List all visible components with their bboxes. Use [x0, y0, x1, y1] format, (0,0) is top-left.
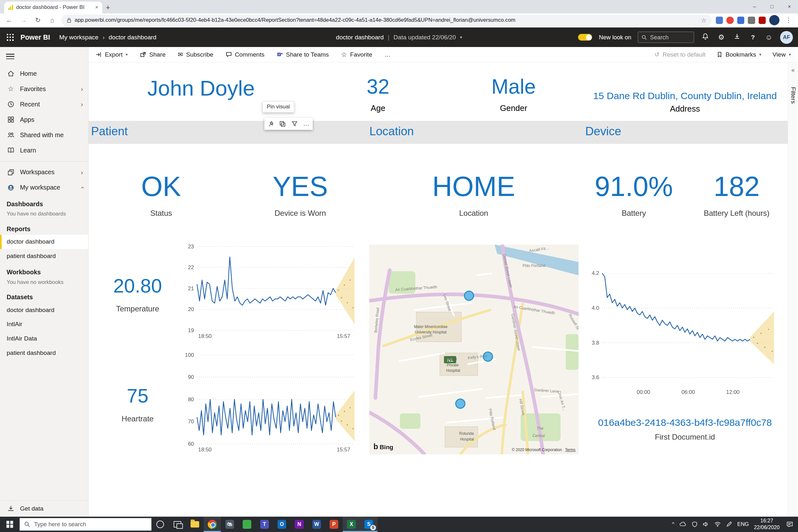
filter-icon[interactable]	[291, 120, 298, 127]
sidebar-item-learn[interactable]: Learn	[0, 142, 88, 158]
share-button[interactable]: Share	[140, 51, 166, 58]
pin-icon[interactable]	[267, 120, 274, 127]
new-look-toggle[interactable]	[578, 34, 592, 41]
gender-card[interactable]: Male Gender	[473, 75, 554, 113]
kpi-battery-left[interactable]: 182 Battery Left (hours)	[696, 171, 778, 217]
excel-icon[interactable]: X	[343, 517, 360, 532]
kpi-battery[interactable]: 91.0% Battery	[572, 171, 695, 217]
kpi-status[interactable]: OK Status	[120, 171, 202, 217]
more-options-icon[interactable]: …	[303, 120, 310, 127]
patient-name-card[interactable]: John Doyle	[109, 76, 293, 100]
search-input[interactable]: Search	[638, 32, 694, 43]
notifications-bell-icon[interactable]	[701, 33, 710, 42]
bookmarks-button[interactable]: Bookmarks▾	[717, 51, 761, 58]
onenote-icon[interactable]: N	[291, 517, 308, 532]
reset-to-default-button[interactable]: ↺ Reset to default	[654, 51, 706, 58]
share-to-teams-button[interactable]: T Share to Teams	[277, 51, 329, 58]
more-options-button[interactable]: …	[385, 51, 391, 58]
minimize-button[interactable]: –	[746, 0, 763, 14]
document-id-card[interactable]: 016a4be3-2418-4363-b4f3-fc98a7ff0c78 Fir…	[583, 417, 787, 441]
comments-button[interactable]: Comments	[226, 51, 265, 58]
kpi-location[interactable]: HOME Location	[392, 171, 556, 217]
sidebar-item-home[interactable]: Home	[0, 66, 88, 81]
teams-icon[interactable]: T	[256, 517, 273, 532]
collapse-filters-icon[interactable]: «	[791, 66, 795, 74]
pen-icon[interactable]	[726, 521, 732, 527]
browser-menu-icon[interactable]: ⋮	[783, 16, 794, 24]
tab-close-icon[interactable]: ×	[95, 4, 98, 10]
dataset-item[interactable]: IntlAir Data	[0, 331, 88, 346]
language-indicator[interactable]: ENG	[737, 521, 749, 528]
chevron-right-icon[interactable]: ›	[81, 169, 83, 176]
chrome-icon[interactable]	[204, 517, 221, 532]
bookmark-star-icon[interactable]: ☆	[701, 17, 706, 24]
bing-map-visual[interactable]: N1 Ascaill Fit...Plás PortlandAn Cuarbhó…	[369, 245, 578, 454]
extension-icon[interactable]	[726, 17, 734, 24]
cortana-icon[interactable]	[152, 517, 169, 532]
sidebar-item-my-workspace[interactable]: My workspace ›	[0, 180, 88, 195]
report-item-doctor-dashboard[interactable]: doctor dashboard	[0, 235, 88, 249]
settings-gear-icon[interactable]: ⚙	[717, 33, 726, 41]
close-button[interactable]: ×	[781, 0, 798, 14]
chevron-right-icon[interactable]: ›	[81, 85, 83, 93]
dataset-item[interactable]: doctor dashboard	[0, 303, 88, 318]
feedback-smiley-icon[interactable]: ☺	[764, 33, 773, 41]
maximize-button[interactable]: □	[763, 0, 780, 14]
heartrate-line-chart[interactable]: 1009080706018:5015:57	[180, 350, 363, 457]
extension-icon[interactable]	[716, 17, 723, 24]
shield-icon[interactable]	[692, 521, 698, 527]
extension-icon[interactable]	[748, 17, 755, 24]
heartrate-card[interactable]: 75 Heartrate	[92, 385, 184, 423]
favorite-button[interactable]: ☆ Favorite	[341, 51, 373, 58]
sticky-notes-icon[interactable]	[239, 517, 256, 532]
bing-logo[interactable]: b Bing	[374, 442, 393, 451]
new-tab-button[interactable]: +	[102, 2, 114, 13]
kpi-device-worn[interactable]: YES Device is Worn	[259, 171, 341, 217]
refresh-icon[interactable]: ↻	[33, 16, 43, 24]
dataset-item[interactable]: patient dashboard	[0, 346, 88, 360]
home-icon[interactable]: ⌂	[47, 16, 57, 24]
file-explorer-icon[interactable]	[186, 517, 203, 532]
map-marker[interactable]	[456, 399, 465, 408]
get-data-button[interactable]: Get data	[0, 500, 88, 517]
sidebar-item-workspaces[interactable]: Workspaces ›	[0, 165, 88, 180]
temperature-card[interactable]: 20.80 Temperature	[92, 274, 184, 313]
start-button[interactable]	[0, 517, 19, 532]
tray-expand-icon[interactable]: ^	[672, 521, 674, 527]
age-card[interactable]: 32 Age	[337, 75, 419, 113]
taskbar-clock[interactable]: 16:27 22/06/2020	[754, 518, 779, 531]
wifi-icon[interactable]	[714, 521, 721, 527]
download-icon[interactable]	[733, 33, 742, 41]
action-center-icon[interactable]	[784, 519, 795, 529]
breadcrumb-report[interactable]: doctor dashboard	[109, 34, 156, 41]
extension-icon[interactable]	[737, 17, 744, 24]
sidebar-item-favorites[interactable]: ☆ Favorites ›	[0, 81, 88, 97]
hamburger-menu-icon[interactable]	[0, 47, 20, 66]
forward-icon[interactable]: →	[19, 16, 29, 24]
report-title-bar[interactable]: doctor dashboard | Data updated 22/06/20…	[336, 34, 462, 41]
word-icon[interactable]: W	[308, 517, 325, 532]
address-bar[interactable]: app.powerbi.com/groups/me/reports/fc466c…	[61, 15, 712, 26]
taskbar-search[interactable]: Type here to search	[19, 518, 152, 531]
sidebar-item-recent[interactable]: Recent ›	[0, 97, 88, 112]
map-terms-link[interactable]: Terms	[565, 448, 575, 452]
dataset-item[interactable]: IntlAir	[0, 317, 88, 331]
temperature-line-chart[interactable]: 232221201918:5015:57	[180, 241, 363, 344]
sidebar-item-apps[interactable]: Apps	[0, 112, 88, 127]
copy-icon[interactable]	[279, 120, 286, 127]
browser-profile-avatar[interactable]	[769, 15, 779, 25]
help-icon[interactable]: ?	[748, 34, 758, 41]
sidebar-item-shared[interactable]: Shared with me	[0, 127, 88, 142]
powerbi-brand[interactable]: Power BI	[20, 33, 50, 41]
report-item-patient-dashboard[interactable]: patient dashboard	[0, 249, 88, 263]
extension-icon[interactable]	[759, 17, 766, 24]
export-button[interactable]: Export▾	[96, 51, 128, 58]
waffle-menu-icon[interactable]	[0, 27, 20, 47]
browser-tab[interactable]: doctor dashboard - Power BI ×	[4, 2, 102, 14]
speaker-icon[interactable]	[702, 521, 709, 527]
microsoft-store-icon[interactable]: 🛍	[221, 517, 238, 532]
chevron-down-icon[interactable]: ▾	[460, 35, 462, 40]
chevron-right-icon[interactable]: ›	[81, 100, 83, 108]
view-button[interactable]: View▾	[773, 51, 791, 58]
outlook-icon[interactable]: O	[273, 517, 290, 532]
